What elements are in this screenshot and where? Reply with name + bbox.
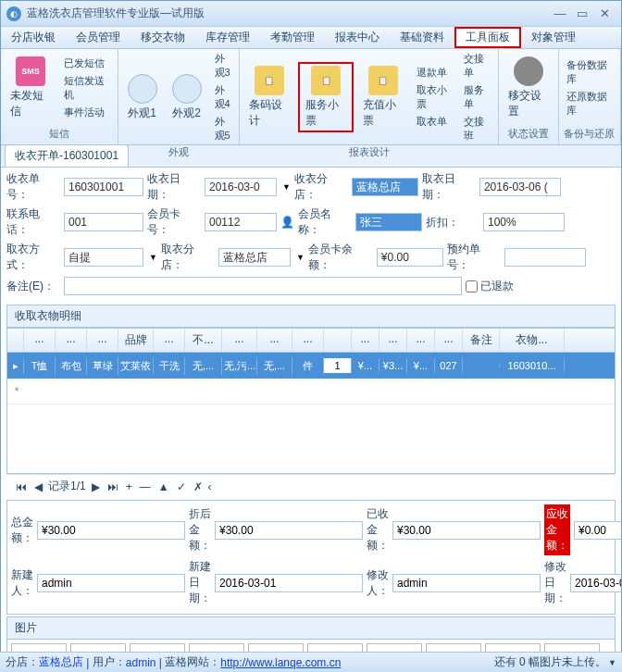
cell-0[interactable]: T恤: [24, 357, 56, 375]
col-1[interactable]: ...: [56, 329, 87, 352]
col-0[interactable]: ...: [24, 329, 56, 352]
cell-10[interactable]: ¥...: [352, 358, 379, 373]
col-7[interactable]: ...: [257, 329, 292, 352]
menu-7[interactable]: 工具面板: [454, 27, 521, 48]
dropdown-icon[interactable]: ▼: [296, 253, 305, 262]
ribbon-small-取衣单[interactable]: 取衣单: [413, 114, 456, 130]
sum-input-总金额：[interactable]: [37, 521, 185, 540]
menu-0[interactable]: 分店收银: [1, 27, 66, 48]
pager-last[interactable]: ⏭: [106, 480, 120, 493]
minimize-button[interactable]: —: [549, 6, 571, 22]
col-11[interactable]: ...: [379, 329, 407, 352]
member-lookup-icon[interactable]: 👤: [280, 216, 294, 229]
col-12[interactable]: ...: [407, 329, 435, 352]
input-取衣方式：[interactable]: [64, 248, 143, 267]
menu-5[interactable]: 报表中心: [325, 27, 390, 48]
ribbon-small-备份数据库[interactable]: 备份数据库: [563, 57, 616, 87]
status-site-link[interactable]: http://www.lanqe.com.cn: [220, 656, 341, 669]
ribbon-small-取衣小票[interactable]: 取衣小票: [413, 82, 456, 112]
col-5[interactable]: 不...: [185, 329, 222, 352]
sum-input-新建日期：[interactable]: [215, 574, 363, 592]
cell-2[interactable]: 草绿: [87, 357, 118, 375]
col-6[interactable]: ...: [222, 329, 257, 352]
cell-13[interactable]: 027: [435, 358, 463, 373]
input-联系电话：[interactable]: [64, 213, 143, 231]
input-收衣分店：[interactable]: [352, 178, 418, 196]
col-10[interactable]: ...: [352, 329, 379, 352]
ribbon-small-短信发送机[interactable]: 短信发送机: [60, 73, 114, 103]
ribbon-small-服务单[interactable]: 服务单: [460, 82, 494, 112]
new-row[interactable]: *: [7, 379, 615, 404]
col-14[interactable]: 备注: [463, 329, 500, 352]
pager-next[interactable]: ▶: [90, 480, 102, 493]
ribbon-移交设置[interactable]: 移交设置: [503, 55, 554, 121]
cell-12[interactable]: ¥...: [407, 358, 435, 373]
input-折扣：[interactable]: [483, 213, 565, 231]
ribbon-small-外观3[interactable]: 外观3: [211, 51, 235, 81]
pager-cancel[interactable]: ✗: [192, 480, 205, 493]
cell-4[interactable]: 干洗: [154, 357, 185, 375]
menu-3[interactable]: 库存管理: [195, 27, 260, 48]
input-会员卡号：[interactable]: [205, 213, 277, 231]
ribbon-small-外观4[interactable]: 外观4: [211, 82, 235, 112]
cell-15[interactable]: 1603010...: [500, 358, 565, 373]
menu-2[interactable]: 移交衣物: [131, 27, 195, 48]
input-取衣分店：[interactable]: [218, 248, 291, 267]
input-预约单号：[interactable]: [504, 248, 586, 267]
pager-first[interactable]: ⏮: [14, 480, 29, 493]
dropdown-icon[interactable]: ▼: [282, 182, 291, 192]
cell-8[interactable]: 件: [292, 357, 324, 375]
ribbon-服务小票[interactable]: 📋服务小票: [298, 62, 354, 132]
col-4[interactable]: ...: [154, 329, 185, 352]
cell-5[interactable]: 无,...: [185, 357, 222, 375]
input-收衣单号：[interactable]: [64, 178, 143, 196]
cell-6[interactable]: 无,污...: [222, 357, 257, 375]
cell-11[interactable]: ¥3...: [379, 358, 407, 373]
cell-14[interactable]: [463, 364, 500, 367]
col-3[interactable]: 品牌: [118, 329, 154, 352]
input-会员名称：[interactable]: [355, 213, 422, 231]
col-2[interactable]: ...: [87, 329, 118, 352]
input-会员卡余额：[interactable]: [377, 248, 443, 267]
col-15[interactable]: 衣物...: [500, 329, 565, 352]
remark-input[interactable]: [64, 277, 462, 295]
col-8[interactable]: ...: [292, 329, 324, 352]
cell-9[interactable]: 1: [324, 358, 352, 373]
sum-input-已收金额：[interactable]: [392, 521, 541, 540]
input-取衣日期：[interactable]: [479, 178, 561, 196]
tab-order[interactable]: 收衣开单-160301001: [5, 144, 129, 167]
ribbon-small-还原数据库[interactable]: 还原数据库: [563, 89, 616, 118]
ribbon-充值小票[interactable]: 📋充值小票: [357, 64, 409, 131]
ribbon-small-已发短信[interactable]: 已发短信: [60, 56, 114, 71]
close-button[interactable]: ✕: [593, 6, 616, 22]
pager-add[interactable]: +: [124, 480, 134, 493]
ribbon-外观2[interactable]: 外观2: [167, 72, 207, 123]
menu-8[interactable]: 对象管理: [521, 27, 586, 48]
menu-1[interactable]: 会员管理: [66, 27, 131, 48]
ribbon-small-交接班[interactable]: 交接班: [460, 114, 494, 143]
table-row[interactable]: ▸T恤布包草绿艾莱依干洗无,...无,污...无,...件1¥...¥3...¥…: [7, 353, 615, 379]
pager-prev[interactable]: ◀: [32, 480, 44, 493]
ribbon-small-外观5[interactable]: 外观5: [211, 114, 235, 143]
menu-4[interactable]: 考勤管理: [260, 27, 325, 48]
cell-7[interactable]: 无,...: [257, 357, 292, 375]
cell-1[interactable]: 布包: [56, 357, 87, 375]
ribbon-条码设计[interactable]: 📋条码设计: [243, 64, 295, 131]
col-13[interactable]: ...: [435, 329, 463, 352]
ribbon-small-退款单[interactable]: 退款单: [413, 65, 456, 81]
ribbon-small-事件活动[interactable]: 事件活动: [60, 105, 114, 120]
sum-input-折后金额：[interactable]: [215, 521, 363, 540]
input-收衣日期：[interactable]: [205, 178, 277, 196]
sum-input-新建人：[interactable]: [37, 574, 185, 592]
sum-input-应收金额：[interactable]: [574, 521, 622, 540]
dropdown-icon[interactable]: ▼: [149, 253, 157, 262]
ribbon-外观1[interactable]: 外观1: [122, 72, 163, 123]
sum-input-修改人：[interactable]: [392, 574, 541, 592]
pager-edit[interactable]: ▲: [156, 480, 171, 493]
pager-check[interactable]: ✓: [175, 480, 188, 493]
ribbon-small-交接单[interactable]: 交接单: [460, 51, 494, 81]
cell-3[interactable]: 艾莱依: [118, 357, 154, 375]
ribbon-未发短信[interactable]: SMS未发短信: [5, 55, 56, 121]
pager-del[interactable]: —: [138, 480, 153, 493]
menu-6[interactable]: 基础资料: [390, 27, 454, 48]
